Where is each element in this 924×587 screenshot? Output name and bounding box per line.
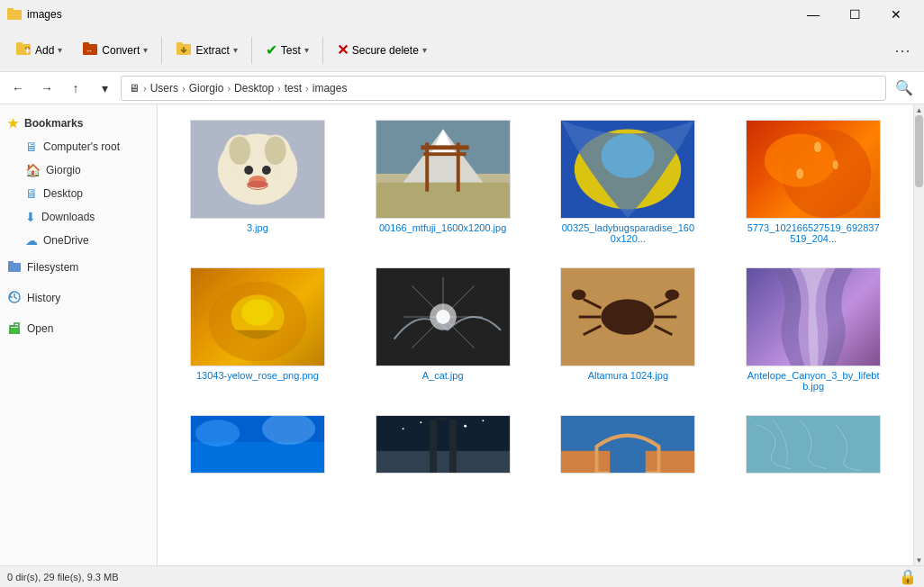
thumb-orange <box>746 120 881 219</box>
convert-button[interactable]: ↔ Convert ▾ <box>74 34 156 67</box>
filesystem-label: Filesystem <box>27 261 78 274</box>
svg-point-44 <box>833 160 838 169</box>
file-item-ladybug[interactable]: 00325_ladybugsparadise_1600x120... <box>539 115 718 248</box>
svg-point-77 <box>402 428 403 429</box>
toolbar-divider-2 <box>251 37 252 64</box>
file-item-cat[interactable]: A_cat.jpg <box>354 263 532 396</box>
status-bar: 0 dir(s), 29 file(s), 9.3 MB 🔒 <box>0 565 924 587</box>
svg-rect-3 <box>16 42 23 46</box>
sidebar: ★ Bookmarks 🖥 Computer's root 🏠 Giorgio … <box>0 104 158 565</box>
file-name-antelope: Antelope_Canyon_3_by_lifebtb.jpg <box>746 370 881 392</box>
sidebar-item-open[interactable]: Open <box>0 317 157 340</box>
svg-point-48 <box>241 299 274 326</box>
secure-delete-dropdown-arrow[interactable]: ▾ <box>422 45 427 55</box>
open-icon <box>7 321 22 338</box>
file-name-ladybug: 00325_ladybugsparadise_1600x120... <box>560 222 695 244</box>
sidebar-item-computers-root[interactable]: 🖥 Computer's root <box>0 135 157 158</box>
thumb-tower <box>376 415 511 474</box>
file-item-blue1[interactable] <box>168 411 347 482</box>
toolbar-divider-3 <box>322 37 323 64</box>
open-label: Open <box>27 322 53 335</box>
svg-rect-8 <box>83 42 89 46</box>
convert-label: Convert <box>102 44 140 57</box>
convert-dropdown-arrow[interactable]: ▾ <box>143 45 148 55</box>
secure-delete-button[interactable]: ✕ Secure delete ▾ <box>329 34 435 67</box>
svg-rect-14 <box>8 261 14 265</box>
file-item-antelope[interactable]: Antelope_Canyon_3_by_lifebtb.jpg <box>724 263 902 396</box>
svg-point-68 <box>666 289 680 300</box>
svg-rect-75 <box>430 420 437 473</box>
sidebar-item-history[interactable]: History <box>0 286 157 310</box>
svg-rect-37 <box>423 152 466 156</box>
window-controls: — ☐ ✕ <box>793 0 917 29</box>
filesystem-icon <box>7 259 22 276</box>
sidebar-item-giorgio[interactable]: 🏠 Giorgio <box>0 158 157 182</box>
test-dropdown-arrow[interactable]: ▾ <box>304 45 309 55</box>
search-button[interactable]: 🔍 <box>890 76 919 101</box>
file-item-3jpg[interactable]: 3.jpg <box>168 115 347 248</box>
close-button[interactable]: ✕ <box>875 0 917 29</box>
svg-point-79 <box>464 425 467 428</box>
file-item-texture[interactable] <box>724 411 902 482</box>
path-monitor-icon: 🖥 <box>129 82 140 95</box>
svg-point-43 <box>814 141 821 152</box>
path-desktop[interactable]: Desktop <box>234 82 274 95</box>
scrollbar[interactable]: ▲ ▼ <box>913 104 924 565</box>
path-giorgio[interactable]: Giorgio <box>189 82 224 95</box>
file-item-rose[interactable]: 13043-yelow_rose_png.png <box>168 263 347 396</box>
extract-dropdown-arrow[interactable]: ▾ <box>233 45 238 55</box>
extract-label: Extract <box>195 44 229 57</box>
sidebar-item-filesystem[interactable]: Filesystem <box>0 256 157 279</box>
back-button[interactable]: ← <box>5 76 31 101</box>
svg-rect-11 <box>177 42 183 46</box>
svg-point-80 <box>482 420 484 421</box>
file-name-rose: 13043-yelow_rose_png.png <box>196 370 319 381</box>
svg-rect-1 <box>7 8 14 12</box>
file-item-altamura[interactable]: Altamura 1024.jpg <box>539 263 718 396</box>
svg-point-28 <box>247 181 268 188</box>
secure-delete-label: Secure delete <box>352 44 419 57</box>
sidebar-item-onedrive[interactable]: ☁ OneDrive <box>0 229 157 252</box>
file-name-cat: A_cat.jpg <box>422 370 464 381</box>
svg-point-67 <box>572 289 586 300</box>
minimize-button[interactable]: — <box>793 0 834 29</box>
thumb-arch <box>560 415 695 474</box>
history-label: History <box>27 292 60 304</box>
svg-text:↔: ↔ <box>86 47 93 55</box>
test-label: Test <box>281 44 301 57</box>
forward-button[interactable]: → <box>34 76 59 101</box>
file-name-altamura: Altamura 1024.jpg <box>588 370 668 381</box>
file-name-orange: 5773_102166527519_692837519_204... <box>746 222 881 244</box>
svg-rect-33 <box>376 183 510 218</box>
test-button[interactable]: ✔ Test ▾ <box>258 34 317 67</box>
desktop-icon: 🖥 <box>25 186 38 201</box>
main-area: ★ Bookmarks 🖥 Computer's root 🏠 Giorgio … <box>0 104 924 565</box>
file-item-orange[interactable]: 5773_102166527519_692837519_204... <box>724 115 902 248</box>
file-name-mtfuji: 00166_mtfuji_1600x1200.jpg <box>379 222 506 233</box>
file-item-mtfuji[interactable]: 00166_mtfuji_1600x1200.jpg <box>354 115 532 248</box>
path-users[interactable]: Users <box>150 82 178 95</box>
extract-button[interactable]: Extract ▾ <box>168 34 245 67</box>
maximize-button[interactable]: ☐ <box>834 0 875 29</box>
sidebar-item-downloads[interactable]: ⬇ Downloads <box>0 205 157 229</box>
path-test[interactable]: test <box>285 82 302 95</box>
path-dropdown-button[interactable]: ▾ <box>92 76 117 101</box>
bookmarks-header[interactable]: ★ Bookmarks <box>0 112 157 135</box>
thumb-cat <box>376 267 511 366</box>
svg-rect-36 <box>421 145 468 149</box>
cloud-icon: ☁ <box>25 233 38 248</box>
sidebar-item-desktop[interactable]: 🖥 Desktop <box>0 182 157 205</box>
svg-point-24 <box>265 136 286 165</box>
file-item-arch[interactable] <box>539 411 718 482</box>
add-button[interactable]: Add ▾ <box>7 34 70 67</box>
path-images[interactable]: images <box>313 82 348 95</box>
thumb-altamura <box>560 267 695 366</box>
add-dropdown-arrow[interactable]: ▾ <box>58 45 62 55</box>
title-bar: images — ☐ ✕ <box>0 0 924 29</box>
file-item-tower[interactable] <box>354 411 532 482</box>
thumb-3jpg <box>190 120 325 219</box>
window-title: images <box>27 8 62 21</box>
svg-rect-34 <box>425 142 429 191</box>
more-options-button[interactable]: ⋯ <box>888 36 917 65</box>
up-button[interactable]: ↑ <box>63 76 88 101</box>
